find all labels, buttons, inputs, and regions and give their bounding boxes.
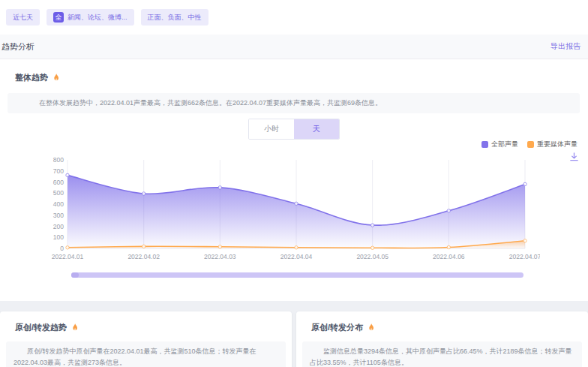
toggle-day-button[interactable]: 天: [294, 119, 339, 139]
svg-text:100: 100: [53, 233, 64, 241]
svg-text:2022.04.07: 2022.04.07: [509, 253, 540, 260]
card-title-row: 原创/转发分布: [311, 322, 376, 333]
top-filter-bar: 近七天 全 新闻、论坛、微博... 正面、负面、中性: [0, 0, 588, 35]
time-range-label: 近七天: [13, 13, 33, 23]
legend-item-media[interactable]: 重要媒体声量: [527, 140, 578, 149]
overall-trend-title-row: 整体趋势: [15, 72, 61, 83]
original-repost-trend-title: 原创/转发趋势: [15, 322, 67, 333]
svg-text:800: 800: [53, 156, 64, 164]
svg-text:2022.04.04: 2022.04.04: [280, 253, 313, 260]
time-range-chip[interactable]: 近七天: [6, 9, 40, 26]
svg-text:400: 400: [53, 200, 64, 208]
original-repost-distribution-summary: 监测信息总量3294条信息，其中原创声量占比66.45%，共计2189条信息；转…: [302, 341, 582, 367]
volume-trend-area-chart[interactable]: 01002003004005006007008002022.04.012022.…: [45, 154, 540, 266]
legend-label: 重要媒体声量: [537, 140, 578, 149]
svg-text:300: 300: [53, 212, 64, 219]
legend-item-total[interactable]: 全部声量: [482, 140, 518, 149]
overall-trend-title: 整体趋势: [15, 72, 48, 83]
chart-legend: 全部声量 重要媒体声量: [482, 140, 578, 149]
section-header: 趋势分析 导出报告: [0, 35, 588, 59]
hot-icon: [70, 323, 80, 332]
filter-chips: 近七天 全 新闻、论坛、微博... 正面、负面、中性: [6, 9, 208, 26]
legend-swatch: [527, 141, 534, 148]
svg-text:2022.04.03: 2022.04.03: [204, 253, 236, 260]
download-chart-icon[interactable]: [569, 152, 579, 162]
svg-text:2022.04.02: 2022.04.02: [128, 253, 160, 260]
toggle-hour-button[interactable]: 小时: [249, 119, 294, 139]
page-title: 趋势分析: [2, 41, 34, 53]
original-repost-distribution-card: 原创/转发分布 监测信息总量3294条信息，其中原创声量占比66.45%，共计2…: [296, 311, 588, 367]
svg-text:2022.04.06: 2022.04.06: [433, 253, 465, 260]
svg-text:200: 200: [53, 223, 64, 230]
original-repost-trend-summary: 原创/转发趋势中原创声量在2022.04.01最高，共监测510条信息；转发声量…: [6, 341, 286, 367]
source-label: 新闻、论坛、微博...: [68, 13, 128, 23]
export-report-button[interactable]: 导出报告: [550, 41, 580, 52]
overall-summary: 在整体发展趋势中，2022.04.01声量最高，共监测662条信息。在2022.…: [8, 93, 580, 113]
card-title-row: 原创/转发趋势: [15, 322, 80, 333]
datazoom-handle[interactable]: [71, 272, 79, 278]
svg-text:0: 0: [60, 245, 64, 252]
hot-icon: [367, 323, 376, 332]
svg-text:2022.04.05: 2022.04.05: [356, 253, 388, 260]
source-all-icon: 全: [53, 12, 64, 23]
sentiment-chip[interactable]: 正面、负面、中性: [141, 9, 208, 26]
chart-datazoom-scrollbar[interactable]: [71, 272, 524, 278]
legend-swatch: [482, 141, 488, 148]
overall-trend-card: 整体趋势 在整体发展趋势中，2022.04.01声量最高，共监测662条信息。在…: [0, 59, 588, 301]
granularity-toggle: 小时 天: [248, 119, 340, 140]
original-repost-trend-card: 原创/转发趋势 原创/转发趋势中原创声量在2022.04.01最高，共监测510…: [0, 311, 292, 367]
svg-text:2022.04.01: 2022.04.01: [52, 253, 84, 260]
svg-text:500: 500: [53, 189, 64, 197]
sentiment-label: 正面、负面、中性: [148, 13, 202, 23]
svg-text:600: 600: [53, 179, 64, 186]
source-chip[interactable]: 全 新闻、论坛、微博...: [46, 9, 134, 26]
svg-text:700: 700: [53, 167, 64, 175]
hot-icon: [52, 73, 61, 83]
original-repost-distribution-title: 原创/转发分布: [311, 322, 363, 333]
legend-label: 全部声量: [491, 140, 518, 149]
